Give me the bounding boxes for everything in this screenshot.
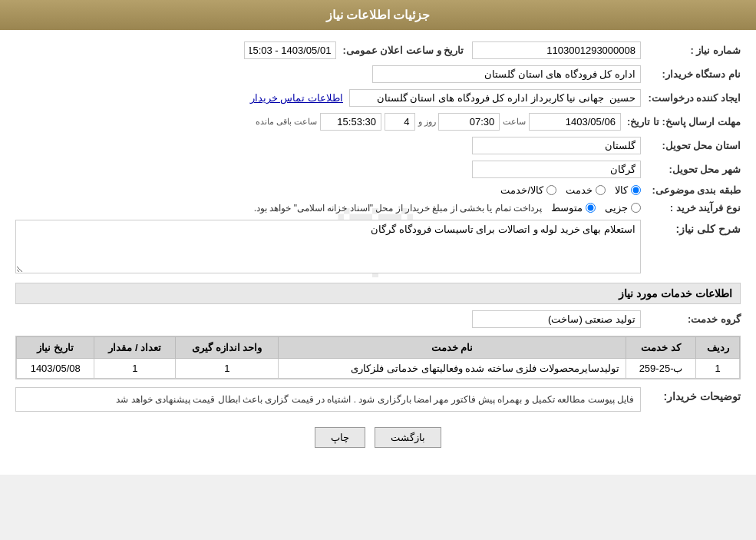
page-header: جزئیات اطلاعات نیاز bbox=[0, 0, 756, 30]
buyer-notes-box: فایل پیوست مطالعه تکمیل و بهمراه پیش فاک… bbox=[15, 387, 641, 412]
content-inner: شماره نیاز : تاریخ و ساعت اعلان عمومی: ن… bbox=[15, 41, 741, 448]
category-kala-khedmat-radio[interactable] bbox=[546, 185, 556, 195]
description-row: شرح کلی نیاز: استعلام بهای خرید لوله و ا… bbox=[15, 220, 741, 273]
city-row: شهر محل تحویل: bbox=[15, 161, 741, 178]
creator-contact-link[interactable]: اطلاعات تماس خریدار bbox=[250, 92, 343, 104]
purchase-jozei-label: جزیی bbox=[605, 202, 628, 214]
description-textarea[interactable]: استعلام بهای خرید لوله و اتصالات برای تا… bbox=[15, 220, 641, 273]
category-kala-label: کالا bbox=[615, 184, 628, 196]
need-number-label: شماره نیاز : bbox=[641, 45, 741, 56]
description-label: شرح کلی نیاز: bbox=[641, 220, 741, 235]
col-row-num: ردیف bbox=[696, 337, 740, 359]
back-button[interactable]: بازگشت bbox=[375, 427, 441, 448]
category-label: طبقه بندی موضوعی: bbox=[641, 184, 741, 196]
buyer-notes-text: فایل پیوست مطالعه تکمیل و بهمراه پیش فاک… bbox=[116, 394, 634, 405]
cell-service-name: تولیدسایرمحصولات فلزی ساخته شده وفعالیته… bbox=[279, 359, 626, 379]
need-number-row: شماره نیاز : تاریخ و ساعت اعلان عمومی: bbox=[15, 41, 741, 59]
requester-org-label: نام دستگاه خریدار: bbox=[641, 68, 741, 80]
services-section-title: اطلاعات خدمات مورد نیاز bbox=[15, 283, 741, 304]
deadline-label: مهلت ارسال پاسخ: تا تاریخ: bbox=[621, 116, 741, 128]
requester-org-row: نام دستگاه خریدار: bbox=[15, 65, 741, 83]
days-label: روز و bbox=[418, 117, 436, 127]
announce-date-input[interactable] bbox=[244, 41, 336, 59]
services-table: ردیف کد خدمت نام خدمت واحد اندازه گیری ت… bbox=[16, 336, 740, 379]
cell-unit: 1 bbox=[176, 359, 279, 379]
purchase-motavaset-label: متوسط bbox=[551, 202, 583, 214]
need-number-input[interactable] bbox=[472, 41, 641, 59]
buyer-notes-row: توضیحات خریدار: فایل پیوست مطالعه تکمیل … bbox=[15, 387, 741, 412]
purchase-note: پرداخت تمام یا بخشی از مبلغ خریدار از مح… bbox=[254, 203, 542, 214]
city-label: شهر محل تحویل: bbox=[641, 164, 741, 175]
category-kala-khedmat: کالا/خدمت bbox=[500, 184, 556, 196]
service-group-input[interactable] bbox=[472, 310, 641, 328]
time-label: ساعت bbox=[503, 117, 526, 127]
cell-service-code: ب-25-259 bbox=[626, 359, 695, 379]
remaining-label: ساعت باقی مانده bbox=[256, 117, 317, 127]
page-wrapper: جزئیات اطلاعات نیاز 🛡 شماره نیاز : تاریخ… bbox=[0, 0, 756, 475]
province-input[interactable] bbox=[472, 137, 641, 154]
category-kala-khedmat-label: کالا/خدمت bbox=[500, 184, 543, 196]
purchase-motavaset-radio[interactable] bbox=[586, 203, 596, 213]
deadline-time-input[interactable] bbox=[438, 113, 500, 131]
buyer-notes-label: توضیحات خریدار: bbox=[641, 387, 741, 403]
purchase-type-row: نوع فرآیند خرید : جزیی متوسط پرداخت تمام… bbox=[15, 202, 741, 214]
purchase-jozei: جزیی bbox=[605, 202, 641, 214]
city-input[interactable] bbox=[472, 161, 641, 178]
category-khedmat-label: خدمت bbox=[566, 184, 593, 196]
cell-date: 1403/05/08 bbox=[17, 359, 94, 379]
purchase-motavaset: متوسط bbox=[551, 202, 596, 214]
service-group-label: گروه خدمت: bbox=[641, 313, 741, 325]
purchase-type-label: نوع فرآیند خرید : bbox=[641, 202, 741, 214]
deadline-row: مهلت ارسال پاسخ: تا تاریخ: ساعت روز و سا… bbox=[15, 113, 741, 131]
table-row: 1 ب-25-259 تولیدسایرمحصولات فلزی ساخته ش… bbox=[17, 359, 740, 379]
announce-date-label: تاریخ و ساعت اعلان عمومی: bbox=[336, 45, 464, 56]
buttons-row: بازگشت چاپ bbox=[15, 427, 741, 448]
content-area: 🛡 شماره نیاز : تاریخ و ساعت اعلان عمومی:… bbox=[0, 30, 756, 459]
category-khedmat-radio[interactable] bbox=[596, 185, 606, 195]
col-quantity: تعداد / مقدار bbox=[94, 337, 176, 359]
creator-row: ایجاد کننده درخواست: اطلاعات تماس خریدار bbox=[15, 89, 741, 107]
category-radio-group: کالا خدمت کالا/خدمت bbox=[500, 184, 641, 196]
cell-row-num: 1 bbox=[696, 359, 740, 379]
services-table-container: ردیف کد خدمت نام خدمت واحد اندازه گیری ت… bbox=[15, 336, 741, 379]
page-title: جزئیات اطلاعات نیاز bbox=[326, 8, 431, 22]
category-khedmat: خدمت bbox=[566, 184, 606, 196]
category-kala: کالا bbox=[615, 184, 641, 196]
category-kala-radio[interactable] bbox=[631, 185, 641, 195]
category-row: طبقه بندی موضوعی: کالا خدمت کالا/خدمت bbox=[15, 184, 741, 196]
creator-input[interactable] bbox=[349, 89, 641, 107]
cell-quantity: 1 bbox=[94, 359, 176, 379]
col-service-code: کد خدمت bbox=[626, 337, 695, 359]
deadline-days-input[interactable] bbox=[385, 113, 415, 131]
col-unit: واحد اندازه گیری bbox=[176, 337, 279, 359]
service-group-row: گروه خدمت: bbox=[15, 310, 741, 328]
province-row: استان محل تحویل: bbox=[15, 137, 741, 154]
purchase-type-radio-group: جزیی متوسط bbox=[551, 202, 641, 214]
creator-label: ایجاد کننده درخواست: bbox=[641, 92, 741, 104]
purchase-jozei-radio[interactable] bbox=[631, 203, 641, 213]
table-header-row: ردیف کد خدمت نام خدمت واحد اندازه گیری ت… bbox=[17, 337, 740, 359]
col-date: تاریخ نیاز bbox=[17, 337, 94, 359]
deadline-date-input[interactable] bbox=[529, 113, 621, 131]
col-service-name: نام خدمت bbox=[279, 337, 626, 359]
requester-org-input[interactable] bbox=[372, 65, 641, 83]
deadline-time2-input[interactable] bbox=[320, 113, 381, 131]
print-button[interactable]: چاپ bbox=[315, 427, 365, 448]
province-label: استان محل تحویل: bbox=[641, 140, 741, 151]
